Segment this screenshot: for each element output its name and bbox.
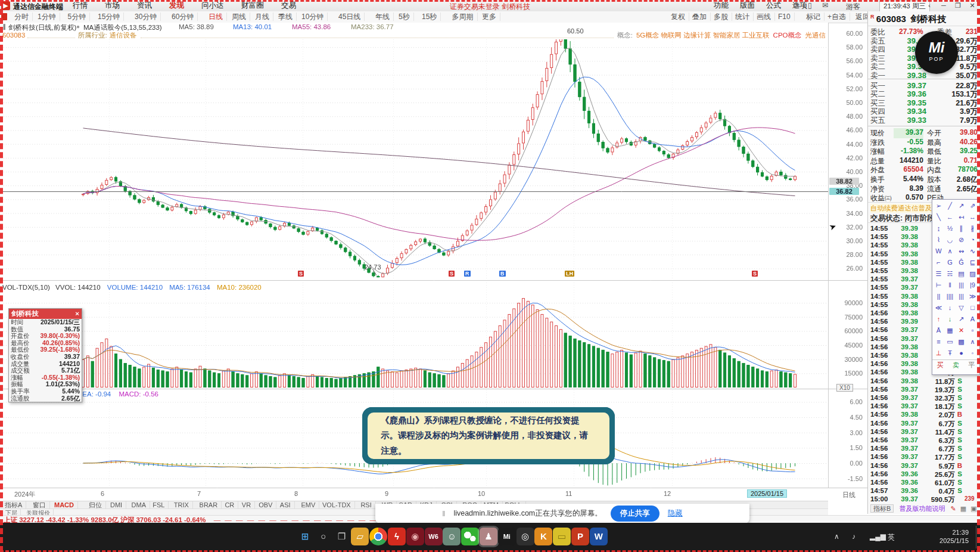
draw-tool-icon[interactable]: A (967, 314, 978, 325)
function-help-link[interactable]: 普及版功能说明 (899, 505, 945, 512)
draw-tool-icon[interactable]: ≫ (967, 291, 978, 302)
show-desktop-button[interactable] (976, 526, 979, 548)
draw-tool-icon[interactable]: Ĝ (956, 257, 967, 268)
tab-indicator-b[interactable]: 指标B (870, 504, 894, 513)
draw-tool-icon[interactable]: ⊢ (933, 280, 944, 291)
draw-tool-icon[interactable]: ↓ (944, 314, 956, 325)
draw-tool-icon[interactable]: ▫ (967, 325, 978, 336)
tab-OBV[interactable]: OBV (255, 501, 276, 508)
start-button[interactable]: ⊞ (296, 528, 314, 545)
period-周线[interactable]: 周线 (228, 13, 250, 21)
draw-tool-icon[interactable]: ⇗ (967, 200, 978, 212)
chrome-icon[interactable] (369, 528, 387, 545)
notes-icon[interactable]: ▭ (553, 528, 571, 545)
tab-ASI[interactable]: ASI (276, 501, 295, 508)
draw-tool-icon[interactable]: ↨ (933, 223, 944, 234)
draw-tool-icon[interactable]: □ (967, 302, 978, 314)
tray-icon[interactable]: ∧ (834, 532, 839, 541)
tab-VR[interactable]: VR (238, 501, 255, 508)
tab-指标A[interactable]: 指标A (1, 501, 26, 508)
draw-tool-icon[interactable]: ◦ (967, 348, 978, 359)
menu-公式[interactable]: 公式 (760, 1, 787, 10)
period-年线[interactable]: 年线 (372, 13, 394, 21)
palette-footer-买[interactable]: 买 (937, 360, 944, 370)
industry-value[interactable]: 通信设备 (110, 31, 137, 40)
tab-FSL[interactable]: FSL (149, 501, 169, 508)
tdx-icon[interactable]: ϟ (388, 528, 406, 545)
period-月线[interactable]: 月线 (251, 13, 273, 21)
draw-tool-icon[interactable]: ✕ (956, 325, 967, 336)
concept-hot[interactable]: CPO概念 (773, 31, 802, 40)
draw-tool-icon[interactable]: ↭ (956, 246, 967, 257)
close-icon[interactable]: × (75, 309, 79, 319)
draw-tool-icon[interactable]: ≪ (933, 302, 944, 314)
draw-tool-icon[interactable]: ➢ (933, 200, 944, 212)
menu-发现[interactable]: 发现 (163, 1, 190, 10)
draw-tool-icon[interactable]: ∦ (967, 223, 978, 234)
tool-多股[interactable]: 多股 (710, 13, 732, 21)
vol-name[interactable]: VOL-TDX(5,10) (2, 284, 50, 291)
device-icon[interactable]: ▯ (808, 1, 812, 10)
period-5秒[interactable]: 5秒 (395, 13, 414, 21)
concept-list[interactable]: 5G概念 物联网 边缘计算 智能家居 工业互联 (636, 31, 770, 40)
period-15分钟[interactable]: 15分钟 (94, 13, 124, 21)
draw-tool-icon[interactable]: ◔ (967, 234, 978, 246)
palette-footer-平[interactable]: 平 (968, 360, 975, 370)
draw-tool-icon[interactable]: Ŧ (944, 348, 956, 359)
draw-tool-icon[interactable]: ∧ (967, 336, 978, 348)
pen-icon[interactable]: ✎ (950, 505, 956, 512)
task-view-icon[interactable]: ❐ (333, 528, 351, 545)
draw-tool-icon[interactable]: ∥ (956, 223, 967, 234)
period-1分钟[interactable]: 1分钟 (34, 13, 60, 21)
period-15秒[interactable]: 15秒 (418, 13, 441, 21)
tool-F10[interactable]: F10 (774, 13, 795, 21)
event-marker[interactable]: LH (565, 271, 574, 277)
draw-tool-icon[interactable]: ≡ (933, 336, 944, 348)
draw-tool-icon[interactable]: ▦ (944, 325, 956, 336)
draw-tool-icon[interactable]: ▽ (956, 302, 967, 314)
tool-叠加[interactable]: 叠加 (689, 13, 711, 21)
menu-交易[interactable]: 交易 (275, 1, 302, 10)
xiaoe-icon[interactable]: ☺ (443, 528, 461, 545)
period-更多[interactable]: 更多 (478, 13, 500, 21)
draw-tool-icon[interactable]: ◡ (944, 234, 956, 246)
period-45日线[interactable]: 45日线 (335, 13, 365, 21)
draw-tool-icon[interactable]: ⌇ (933, 234, 944, 246)
grid-icon[interactable]: ▦ (960, 505, 966, 512)
event-marker[interactable]: S (752, 271, 758, 277)
draw-tool-icon[interactable]: |||| (944, 291, 956, 302)
tool-统计[interactable]: 统计 (732, 13, 754, 21)
kc-icon[interactable]: K (534, 528, 552, 545)
draw-tool-icon[interactable]: ╲ (933, 212, 944, 223)
event-marker[interactable]: S (449, 271, 455, 277)
tab-RSI[interactable]: RSI (357, 501, 375, 508)
file-explorer-icon[interactable]: ▱ (351, 528, 369, 545)
menu-功能[interactable]: 功能 (708, 1, 735, 10)
period-日线[interactable]: 日线 (205, 13, 227, 21)
stop-share-button[interactable]: 停止共享 (611, 506, 659, 522)
draw-tool-icon[interactable]: ⊑ (967, 257, 978, 268)
menu-财富圈[interactable]: 财富圈 (235, 1, 270, 10)
wind-icon[interactable]: W6 (425, 528, 443, 545)
draw-tool-icon[interactable]: |9 (967, 280, 978, 291)
tab-归位[interactable]: 归位 (85, 501, 106, 508)
draw-tool-icon[interactable]: ⊘ (956, 234, 967, 246)
word-icon[interactable]: W (590, 528, 608, 545)
tab-CR[interactable]: CR (221, 501, 238, 508)
period-30分钟[interactable]: 30分钟 (131, 13, 161, 21)
tab-VOL-TDX[interactable]: VOL-TDX (319, 501, 355, 508)
powerpoint-icon[interactable]: P (571, 528, 589, 545)
hide-share-link[interactable]: 隐藏 (668, 508, 683, 519)
period-5分钟[interactable]: 5分钟 (64, 13, 91, 21)
collapse-button[interactable]: ‹ (922, 1, 937, 10)
draw-tool-icon[interactable]: ||| (956, 280, 967, 291)
draw-tool-icon[interactable]: ↑ (933, 314, 944, 325)
palette-footer-卖[interactable]: 卖 (953, 360, 959, 370)
maximize-button[interactable]: ❐ (951, 1, 965, 10)
search-icon[interactable]: ○ (315, 528, 332, 545)
draw-tool-icon[interactable]: ½ (944, 223, 956, 234)
menu-版面[interactable]: 版面 (734, 1, 761, 10)
tab-TRIX[interactable]: TRIX (170, 501, 193, 508)
tab-DMA[interactable]: DMA (128, 501, 150, 508)
mi-icon[interactable]: Mi (498, 528, 516, 545)
